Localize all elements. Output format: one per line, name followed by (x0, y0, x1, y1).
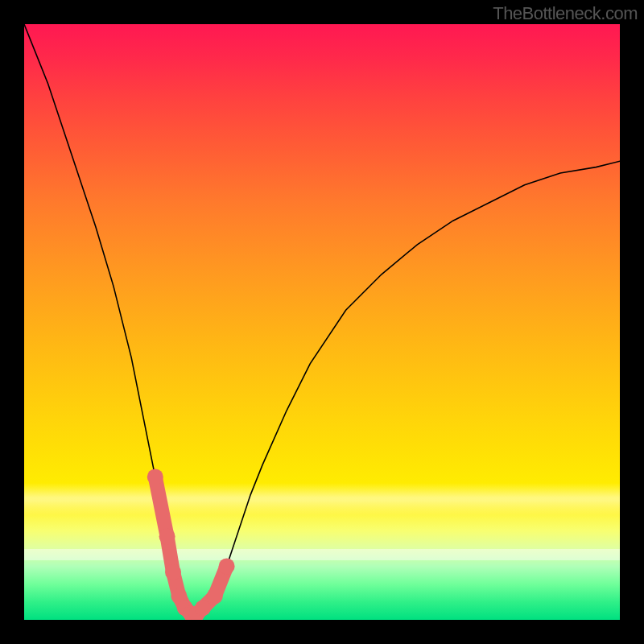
plot-area (24, 24, 620, 620)
plot-gradient-bg (24, 24, 620, 620)
attribution-text: TheBottleneck.com (493, 3, 638, 24)
